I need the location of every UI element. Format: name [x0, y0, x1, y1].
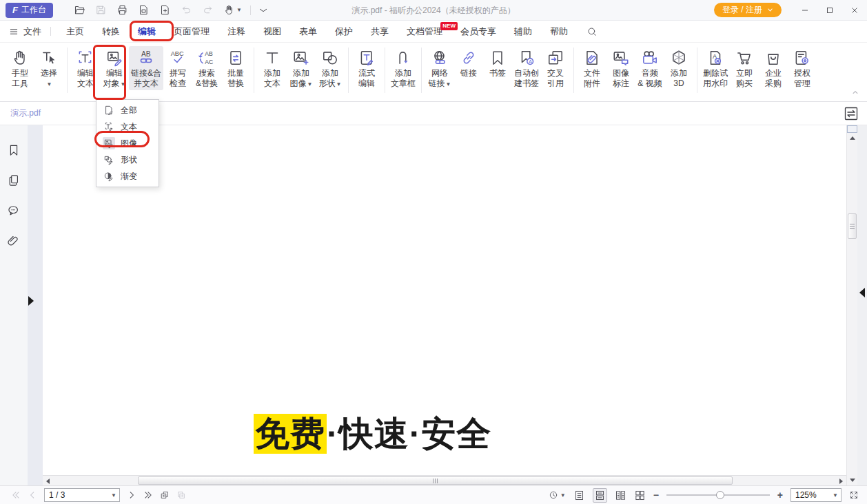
- ribbon-search-replace-button[interactable]: ABAC搜索&替换: [192, 46, 221, 90]
- tab-assist[interactable]: 辅助: [505, 21, 541, 43]
- edit-all-label: 全部: [121, 105, 137, 116]
- print-icon[interactable]: [116, 4, 128, 16]
- tab-convert[interactable]: 转换: [93, 21, 129, 43]
- tab-doc-manage[interactable]: 文档管理NEW: [398, 21, 451, 43]
- tab-edit[interactable]: 编辑: [129, 21, 165, 43]
- sidebar-comments-panel-button[interactable]: [7, 204, 21, 218]
- tab-comment[interactable]: 注释: [218, 21, 254, 43]
- horizontal-scroll-thumb[interactable]: [138, 476, 733, 485]
- menu-item-edit-image-object[interactable]: 图像: [96, 135, 159, 151]
- hand-tool-icon: [11, 49, 29, 67]
- ribbon-edit-object-button[interactable]: 编辑对象▼: [100, 46, 129, 90]
- facing-view-button[interactable]: [615, 490, 626, 501]
- document-tab[interactable]: 演示.pdf: [10, 107, 41, 119]
- menu-item-edit-text-object[interactable]: 文本: [96, 118, 159, 135]
- close-button[interactable]: [842, 0, 867, 21]
- maximize-button[interactable]: [817, 0, 842, 21]
- ribbon-link-merge-text-button[interactable]: AB链接&合并文本: [129, 46, 163, 90]
- menu-item-edit-all[interactable]: 全部: [96, 102, 159, 118]
- link-merge-text-label: 链接&合: [131, 68, 161, 78]
- ribbon-spell-check-button[interactable]: ABC拼写检查: [163, 46, 192, 90]
- zoom-slider[interactable]: [666, 490, 770, 500]
- search-icon[interactable]: [586, 26, 598, 37]
- scroll-down-icon[interactable]: [847, 475, 857, 485]
- sidebar-bookmarks-panel-button[interactable]: [7, 143, 21, 157]
- ribbon-batch-replace-button[interactable]: 批量替换: [221, 46, 250, 90]
- tab-home[interactable]: 主页: [57, 21, 93, 43]
- ribbon-cross-reference-button[interactable]: 交叉引用: [541, 46, 570, 90]
- tab-help[interactable]: 帮助: [541, 21, 577, 43]
- page-number-combobox[interactable]: 1 / 3 ▼: [44, 488, 120, 502]
- ribbon-audio-video-button[interactable]: 音频& 视频: [635, 46, 664, 90]
- minimize-button[interactable]: [793, 0, 817, 21]
- ribbon-image-annotation-button[interactable]: 图像标注: [606, 46, 635, 90]
- tab-form[interactable]: 表单: [290, 21, 326, 43]
- split-view-handle[interactable]: [847, 125, 857, 133]
- workspace-button[interactable]: F 工作台: [6, 3, 53, 18]
- next-page-button[interactable]: [127, 490, 136, 500]
- ribbon-link-button[interactable]: 链接: [454, 46, 483, 90]
- file-menu[interactable]: 文件: [9, 25, 41, 38]
- tab-share[interactable]: 共享: [362, 21, 398, 43]
- scroll-right-icon[interactable]: [836, 476, 846, 486]
- ribbon-file-attachment-button[interactable]: 文件附件: [578, 46, 606, 90]
- new-document-icon[interactable]: [159, 4, 171, 16]
- ribbon-add-3d-button[interactable]: 添加3D: [664, 46, 693, 90]
- previous-page-button[interactable]: [28, 490, 37, 500]
- ribbon-buy-now-button[interactable]: 立即购买: [730, 46, 759, 90]
- tab-member[interactable]: 会员专享: [451, 21, 505, 43]
- ribbon-remove-trial-watermark-button[interactable]: A删除试用水印: [701, 46, 730, 90]
- menu-item-edit-gradient-object[interactable]: 渐变: [96, 168, 159, 185]
- ribbon-flow-edit-button[interactable]: 流式编辑: [352, 46, 381, 90]
- ribbon-add-article-box-button[interactable]: 添加文章框: [389, 46, 418, 90]
- rotate-view-button[interactable]: ▼: [549, 490, 566, 500]
- sidebar-attachments-panel-button[interactable]: [7, 234, 21, 248]
- ribbon-add-shape-button[interactable]: 添加形状▼: [316, 46, 345, 90]
- open-file-icon[interactable]: [74, 4, 85, 16]
- ribbon-license-manage-button[interactable]: 授权管理: [788, 46, 817, 90]
- fit-screen-button[interactable]: [849, 490, 859, 500]
- zoom-in-button[interactable]: +: [777, 490, 783, 501]
- ribbon-hand-tool-button[interactable]: 手型工具: [6, 46, 34, 90]
- expand-left-panel-handle[interactable]: [28, 296, 34, 306]
- continuous-view-button[interactable]: [593, 488, 607, 503]
- ribbon-edit-text-button[interactable]: 编辑文本: [71, 46, 100, 90]
- facing-continuous-view-button[interactable]: [634, 490, 646, 501]
- zoom-out-button[interactable]: −: [653, 490, 659, 501]
- vertical-scroll-thumb[interactable]: [848, 213, 857, 239]
- ribbon-add-text-button[interactable]: 添加文本: [258, 46, 287, 90]
- first-page-button[interactable]: [11, 490, 21, 500]
- tab-page-manage[interactable]: 页面管理: [165, 21, 218, 43]
- ribbon-collapse-icon[interactable]: [850, 87, 860, 97]
- tab-protect[interactable]: 保护: [326, 21, 362, 43]
- ribbon-web-link-button[interactable]: 网络链接▼: [425, 46, 454, 90]
- ribbon-add-image-button[interactable]: 添加图像▼: [287, 46, 316, 90]
- previous-view-button[interactable]: [160, 490, 170, 500]
- undo-icon: [181, 4, 192, 16]
- vertical-scrollbar[interactable]: [846, 125, 857, 485]
- scroll-up-icon[interactable]: [847, 133, 857, 143]
- ribbon-enterprise-purchase-button[interactable]: 企业采购: [759, 46, 788, 90]
- tab-view[interactable]: 视图: [254, 21, 290, 43]
- horizontal-scrollbar[interactable]: [43, 475, 846, 485]
- page-snapshot-icon[interactable]: [138, 4, 150, 16]
- sidebar-pages-panel-button[interactable]: [7, 174, 21, 187]
- next-view-button[interactable]: [176, 490, 186, 500]
- select-tool-icon: [40, 49, 58, 67]
- expand-right-panel-handle[interactable]: [859, 288, 865, 297]
- split-view-icon[interactable]: [843, 105, 859, 122]
- scroll-left-icon[interactable]: [43, 476, 53, 486]
- hand-tool-quick-icon[interactable]: ▼: [223, 4, 242, 16]
- last-page-button[interactable]: [143, 490, 153, 500]
- menu-item-edit-shape-object[interactable]: 形状: [96, 151, 159, 168]
- ribbon-bookmark-button[interactable]: 书签: [483, 46, 512, 90]
- ribbon-auto-create-bookmark-button[interactable]: A自动创建书签: [512, 46, 541, 90]
- login-button[interactable]: 登录 / 注册: [714, 3, 782, 17]
- toolbar-collapse-icon[interactable]: [258, 5, 269, 16]
- zoom-slider-knob[interactable]: [716, 491, 724, 499]
- single-page-view-button[interactable]: [573, 490, 585, 501]
- ribbon-select-tool-button[interactable]: 选择▼: [34, 46, 63, 90]
- chevron-down-icon: [767, 7, 773, 13]
- ribbon-group-divider: [254, 48, 254, 93]
- zoom-level-combobox[interactable]: 125% ▼: [790, 488, 842, 502]
